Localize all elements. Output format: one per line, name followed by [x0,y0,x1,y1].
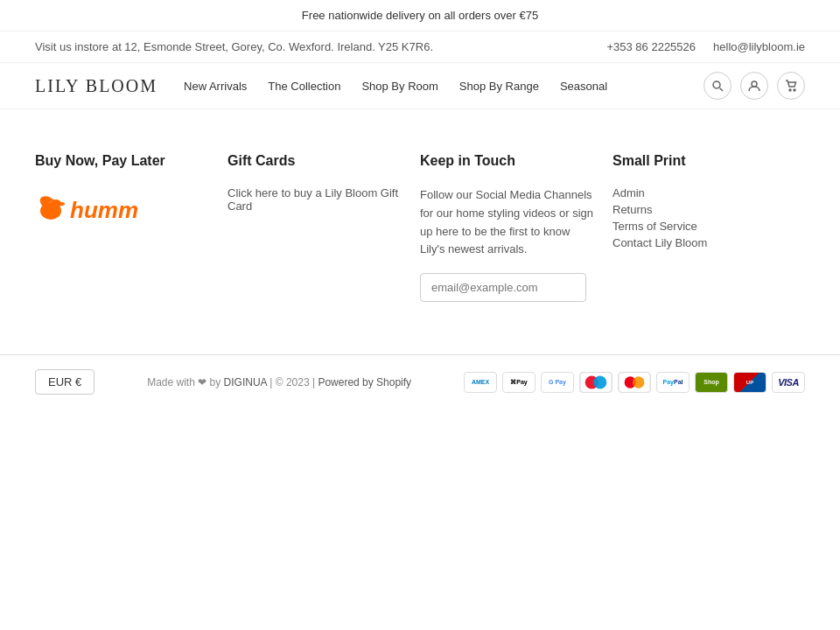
payment-icons: AMEX ⌘Pay G Pay PayPal Shop UP VISA [464,372,805,393]
account-icon[interactable] [740,72,768,100]
payment-visa: VISA [772,372,805,393]
currency-selector[interactable]: EUR € [35,369,94,395]
svg-point-7 [58,202,65,206]
small-print-terms[interactable]: Terms of Service [612,220,788,233]
email-input[interactable] [431,281,575,294]
payment-amex: AMEX [464,372,497,393]
nav-link-seasonal[interactable]: Seasonal [560,80,607,93]
footer-credits: Made with ❤ by DIGINUA | © 2023 | Powere… [147,376,411,388]
footer-content: Buy Now, Pay Later humm Gift Cards Click [0,109,840,354]
svg-line-1 [720,88,724,92]
cart-icon[interactable] [777,72,805,100]
email-link[interactable]: hello@lilybloom.ie [713,40,805,53]
gift-card-link[interactable]: Click here to buy a Lily Bloom Gift Card [228,186,402,213]
footer-col-giftcards: Gift Cards Click here to buy a Lily Bloo… [228,153,420,302]
svg-point-4 [794,89,795,91]
svg-point-2 [752,81,757,87]
main-nav: LILY BLOOM New Arrivals The Collection S… [0,63,840,109]
nav-link-collection[interactable]: The Collection [268,80,340,93]
announcement-text: Free nationwide delivery on all orders o… [302,9,538,22]
giftcards-title: Gift Cards [228,153,402,169]
payment-paypal: PayPal [656,372,690,393]
bottom-bar: EUR € Made with ❤ by DIGINUA | © 2023 | … [0,354,840,409]
keepintouch-description: Follow our Social Media Channels for our… [420,186,595,259]
nav-link-shop-by-range[interactable]: Shop By Range [459,80,539,93]
small-print-returns[interactable]: Returns [612,203,788,216]
diginua-link[interactable]: DIGINUA [224,376,267,388]
buynow-title: Buy Now, Pay Later [35,153,210,169]
payment-mastercard [618,372,651,393]
phone-link[interactable]: +353 86 2225526 [606,40,696,53]
footer-col-buynow: Buy Now, Pay Later humm [35,153,228,302]
announcement-bar: Free nationwide delivery on all orders o… [0,0,840,32]
svg-point-0 [713,81,720,88]
payment-unionpay: UP [733,372,766,393]
nav-icons [704,72,805,100]
footer-col-smallprint: Small Print Admin Returns Terms of Servi… [612,153,805,302]
keepintouch-title: Keep in Touch [420,153,595,169]
humm-logo: humm [35,186,210,230]
humm-brand-svg: humm [35,186,149,230]
search-icon[interactable] [704,72,732,100]
payment-shopify: Shop [695,372,728,393]
nav-link-new-arrivals[interactable]: New Arrivals [184,80,247,93]
shopify-link[interactable]: Powered by Shopify [318,376,411,388]
credits-separator: | © 2023 | [270,376,318,388]
logo[interactable]: LILY BLOOM [35,76,158,96]
credits-made-with: Made with ❤ by [147,376,220,388]
nav-links: New Arrivals The Collection Shop By Room… [184,80,704,93]
svg-text:humm: humm [70,197,138,223]
payment-applepay: ⌘Pay [502,372,536,393]
small-print-admin[interactable]: Admin [612,186,788,200]
nav-link-shop-by-room[interactable]: Shop By Room [361,80,438,93]
contact-bar: Visit us instore at 12, Esmonde Street, … [0,32,840,63]
email-input-wrap [420,273,586,302]
svg-point-11 [593,375,606,388]
smallprint-title: Small Print [612,153,788,169]
footer-col-keepintouch: Keep in Touch Follow our Social Media Ch… [420,153,612,302]
svg-point-3 [789,89,791,91]
payment-googlepay: G Pay [541,372,574,393]
small-print-contact[interactable]: Contact Lily Bloom [612,236,788,249]
payment-maestro [579,372,612,393]
store-address: Visit us instore at 12, Esmonde Street, … [35,40,433,53]
